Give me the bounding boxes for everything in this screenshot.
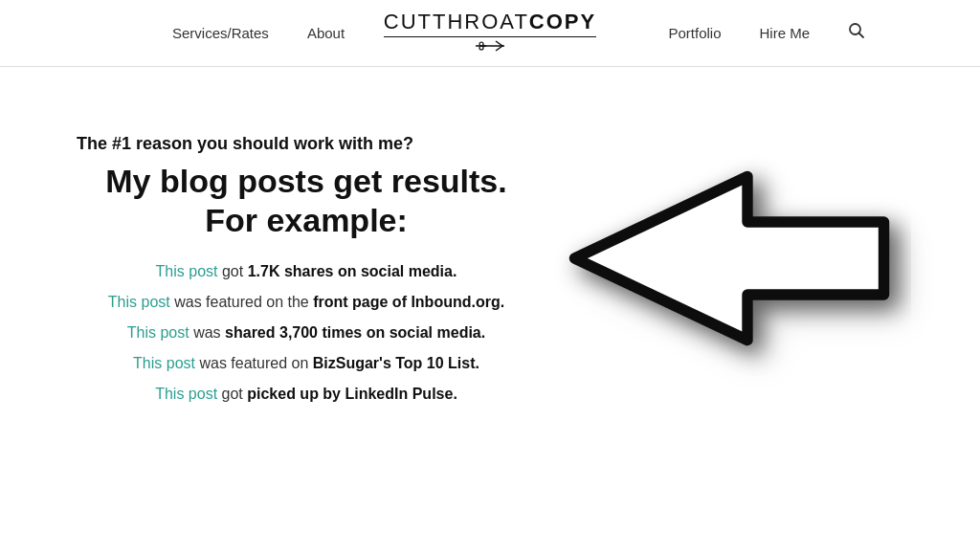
post-text-5: got	[217, 386, 247, 402]
main-content: The #1 reason you should work with me? M…	[0, 67, 980, 553]
subtitle: The #1 reason you should work with me?	[77, 134, 536, 154]
svg-line-6	[859, 33, 864, 38]
list-item: This post got picked up by LinkedIn Puls…	[77, 386, 536, 403]
nav-right: Portfolio Hire Me	[668, 22, 865, 44]
post-bold-2: front page of Inbound.org.	[313, 294, 504, 310]
nav-about[interactable]: About	[307, 25, 345, 41]
post-text-3: was	[189, 324, 225, 341]
main-heading: My blog posts get results. For example:	[77, 162, 536, 240]
post-bold-5: picked up by LinkedIn Pulse.	[247, 386, 457, 402]
nav-left: Services/Rates About	[172, 25, 345, 41]
right-panel	[536, 105, 923, 402]
post-bold-4: BizSugar's Top 10 List.	[313, 355, 479, 371]
post-bold-1: 1.7K shares on social media.	[248, 263, 457, 279]
site-logo[interactable]: CUTTHROATCOPY	[384, 10, 596, 56]
post-text-1: got	[218, 263, 248, 279]
post-link-3[interactable]: This post	[127, 324, 189, 341]
site-header: Services/Rates About CUTTHROATCOPY Portf…	[0, 0, 980, 67]
left-panel: The #1 reason you should work with me? M…	[77, 105, 536, 403]
logo-text: CUTTHROATCOPY	[384, 10, 596, 34]
list-item: This post was featured on the front page…	[77, 294, 536, 311]
post-link-4[interactable]: This post	[133, 355, 195, 371]
logo-tagline	[476, 39, 504, 56]
post-list: This post got 1.7K shares on social medi…	[77, 263, 536, 403]
nav-portfolio[interactable]: Portfolio	[668, 25, 721, 41]
list-item: This post got 1.7K shares on social medi…	[77, 263, 536, 280]
post-link-5[interactable]: This post	[155, 386, 217, 402]
arrow-svg	[547, 115, 911, 402]
post-link-1[interactable]: This post	[156, 263, 218, 279]
list-item: This post was shared 3,700 times on soci…	[77, 324, 536, 342]
nav-hire-me[interactable]: Hire Me	[759, 25, 810, 41]
post-link-2[interactable]: This post	[108, 294, 170, 310]
post-text-2: was featured on the	[170, 294, 313, 310]
search-button[interactable]	[848, 22, 865, 44]
search-icon	[848, 22, 865, 39]
nav-services-rates[interactable]: Services/Rates	[172, 25, 269, 41]
post-text-4: was featured on	[195, 355, 313, 371]
arrow-illustration	[547, 115, 911, 402]
logo-divider	[384, 36, 596, 37]
post-bold-3: shared 3,700 times on social media.	[225, 324, 485, 341]
list-item: This post was featured on BizSugar's Top…	[77, 355, 536, 372]
